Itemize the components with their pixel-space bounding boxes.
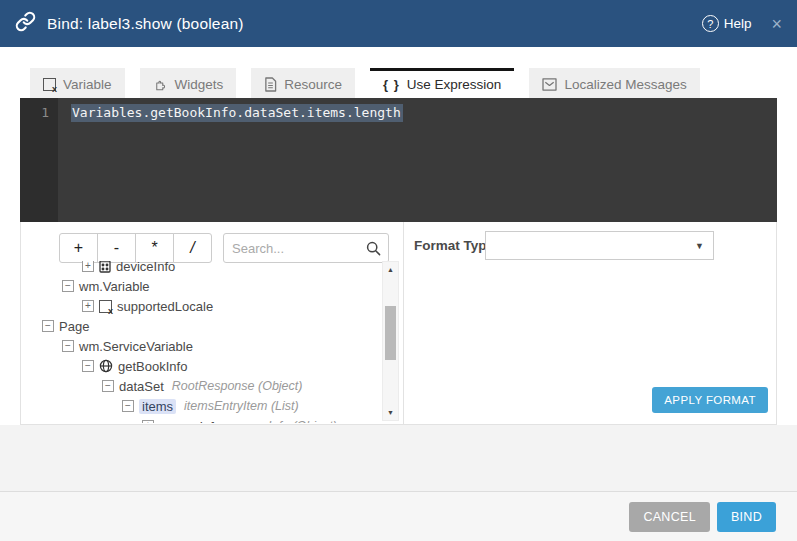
- tab-widgets[interactable]: Widgets: [140, 68, 237, 98]
- puzzle-icon: [153, 77, 168, 92]
- tab-label: Resource: [284, 77, 342, 92]
- expression-editor[interactable]: 1 Variables.getBookInfo.dataSet.items.le…: [20, 98, 777, 222]
- link-icon: [15, 11, 36, 36]
- tree-item-wm-servicevariable[interactable]: − wm.ServiceVariable: [21, 336, 379, 356]
- scrollbar-thumb[interactable]: [385, 306, 396, 360]
- search-box: [223, 233, 389, 263]
- divide-operator-button[interactable]: /: [173, 233, 212, 263]
- tree-item-page[interactable]: − Page: [21, 316, 379, 336]
- tree-item-label: getBookInfo: [118, 359, 187, 374]
- tree-item-label-selected: items: [139, 399, 176, 414]
- variable-tree: + deviceInfo − wm.Variable +: [21, 261, 379, 423]
- dialog-titlebar: Bind: label3.show (boolean) ? Help ×: [0, 0, 797, 47]
- minus-operator-button[interactable]: -: [97, 233, 136, 263]
- tree-item-label: dataSet: [119, 379, 164, 394]
- tree-item-label: wm.ServiceVariable: [79, 339, 193, 354]
- bind-button[interactable]: BIND: [717, 502, 776, 532]
- tree-item-type: accessInfo (Object): [229, 419, 337, 423]
- tree-item-items[interactable]: − items itemsEntryItem (List): [21, 396, 379, 416]
- tree-item-type: RootResponse (Object): [172, 379, 303, 393]
- help-label: Help: [724, 16, 752, 31]
- collapse-icon[interactable]: −: [122, 400, 134, 412]
- line-number: 1: [20, 98, 58, 222]
- plus-operator-button[interactable]: +: [59, 233, 98, 263]
- expression-code[interactable]: Variables.getBookInfo.dataSet.items.leng…: [71, 104, 403, 122]
- bind-tabs: x Variable Widgets Resource { } Use Expr…: [30, 68, 700, 98]
- message-icon: [542, 78, 557, 91]
- variable-explorer-pane: + - * / +: [21, 222, 404, 424]
- tab-localized-messages[interactable]: Localized Messages: [529, 68, 699, 98]
- tree-item-type: itemsEntryItem (List): [184, 399, 299, 413]
- braces-icon: { }: [383, 77, 400, 92]
- variable-icon: x: [99, 300, 112, 313]
- collapse-icon[interactable]: −: [42, 320, 54, 332]
- format-type-select[interactable]: ▼: [485, 231, 714, 260]
- expand-icon[interactable]: +: [82, 300, 94, 312]
- help-question-icon: ?: [702, 15, 719, 32]
- dialog-footer: CANCEL BIND: [0, 491, 797, 541]
- multiply-operator-button[interactable]: *: [135, 233, 174, 263]
- tree-item-label: wm.Variable: [79, 279, 150, 294]
- device-icon: [99, 261, 111, 273]
- format-type-label: Format Type: [414, 238, 494, 253]
- close-icon[interactable]: ×: [771, 15, 782, 33]
- tree-item-label: deviceInfo: [116, 261, 175, 274]
- tree-scrollbar[interactable]: ▲ ▼: [382, 261, 399, 421]
- tree-item-supportedlocale[interactable]: + x supportedLocale: [21, 296, 379, 316]
- tab-variable[interactable]: x Variable: [30, 68, 125, 98]
- dialog-title: Bind: label3.show (boolean): [47, 15, 244, 33]
- expand-icon[interactable]: +: [82, 261, 94, 272]
- collapse-icon[interactable]: −: [102, 380, 114, 392]
- tab-use-expression[interactable]: { } Use Expression: [370, 68, 514, 98]
- tree-item-label: supportedLocale: [117, 299, 213, 314]
- tree-item-getbookinfo[interactable]: − getBookInfo: [21, 356, 379, 376]
- chevron-down-icon: ▼: [695, 241, 704, 251]
- scroll-down-icon[interactable]: ▼: [383, 409, 398, 416]
- tree-item-deviceinfo[interactable]: + deviceInfo: [21, 261, 379, 276]
- collapse-icon[interactable]: −: [62, 340, 74, 352]
- apply-format-button[interactable]: APPLY FORMAT: [652, 387, 768, 413]
- operator-buttons: + - * /: [59, 233, 212, 263]
- scroll-up-icon[interactable]: ▲: [383, 266, 398, 273]
- collapse-icon[interactable]: −: [82, 360, 94, 372]
- tree-item-dataset[interactable]: − dataSet RootResponse (Object): [21, 376, 379, 396]
- search-input[interactable]: [232, 235, 362, 261]
- tab-label: Variable: [63, 77, 112, 92]
- help-button[interactable]: ? Help: [702, 15, 752, 32]
- bind-workbench: + - * / +: [20, 222, 777, 425]
- collapse-icon[interactable]: −: [62, 280, 74, 292]
- search-icon: [366, 241, 381, 260]
- tab-label: Localized Messages: [564, 77, 686, 92]
- tab-label: Use Expression: [407, 77, 502, 92]
- tree-item-label: Page: [59, 319, 89, 334]
- tab-label: Widgets: [175, 77, 224, 92]
- tree-item-label: accessInfo: [159, 419, 221, 424]
- tree-item-wm-variable[interactable]: − wm.Variable: [21, 276, 379, 296]
- expand-icon[interactable]: +: [142, 420, 154, 423]
- variable-icon: x: [43, 78, 56, 91]
- format-pane: Format Type ▼ APPLY FORMAT: [404, 222, 776, 424]
- tab-resource[interactable]: Resource: [251, 68, 355, 98]
- globe-icon: [99, 359, 113, 373]
- cancel-button[interactable]: CANCEL: [629, 502, 710, 532]
- tree-item-accessinfo[interactable]: + accessInfo accessInfo (Object): [21, 416, 379, 423]
- document-icon: [264, 77, 277, 92]
